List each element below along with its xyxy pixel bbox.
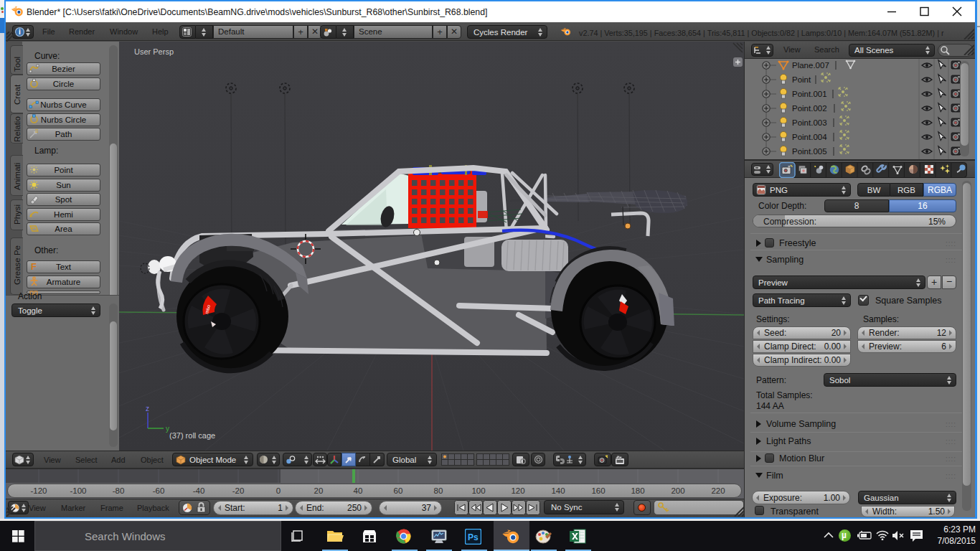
svg-text:-20: -20: [232, 486, 245, 495]
svg-text:F: F: [31, 261, 37, 272]
svg-text:140: 140: [551, 486, 565, 495]
svg-text:Animati: Animati: [13, 163, 22, 190]
svg-text:Point.003: Point.003: [792, 118, 827, 127]
svg-text:Ps: Ps: [468, 532, 479, 542]
svg-text:120: 120: [511, 486, 524, 495]
svg-text:200: 200: [671, 486, 684, 495]
svg-text:i: i: [19, 28, 21, 36]
svg-text:Point.002: Point.002: [792, 104, 827, 113]
svg-text:z: z: [146, 405, 149, 413]
svg-text:Creat: Creat: [13, 84, 22, 105]
svg-text:0: 0: [276, 486, 281, 495]
svg-text:220: 220: [711, 486, 725, 495]
svg-text:20: 20: [314, 486, 324, 495]
svg-text:-40: -40: [193, 486, 205, 495]
svg-text:Physi: Physi: [13, 204, 22, 225]
svg-text:User Persp: User Persp: [134, 47, 174, 56]
svg-text:Grease Pe: Grease Pe: [13, 245, 22, 285]
svg-text:Point.001: Point.001: [792, 90, 827, 98]
svg-text:40: 40: [354, 486, 363, 495]
svg-text:(37) roll cage: (37) roll cage: [169, 431, 215, 440]
svg-text:100: 100: [471, 486, 485, 495]
svg-text:Plane.007: Plane.007: [792, 61, 829, 70]
svg-text:160: 160: [591, 486, 605, 495]
svg-text:Point.004: Point.004: [792, 133, 827, 141]
svg-text:80: 80: [434, 486, 443, 495]
svg-text:-60: -60: [153, 486, 165, 495]
svg-text:Point: Point: [792, 75, 811, 84]
svg-text:Point.005: Point.005: [792, 147, 827, 156]
svg-text:60: 60: [394, 486, 403, 495]
svg-text:-80: -80: [113, 486, 125, 495]
svg-text:Relatio: Relatio: [13, 116, 22, 142]
svg-text:-120: -120: [30, 486, 47, 495]
svg-text:180: 180: [631, 486, 644, 495]
svg-text:-100: -100: [70, 486, 86, 495]
svg-text:Tool: Tool: [13, 57, 22, 72]
